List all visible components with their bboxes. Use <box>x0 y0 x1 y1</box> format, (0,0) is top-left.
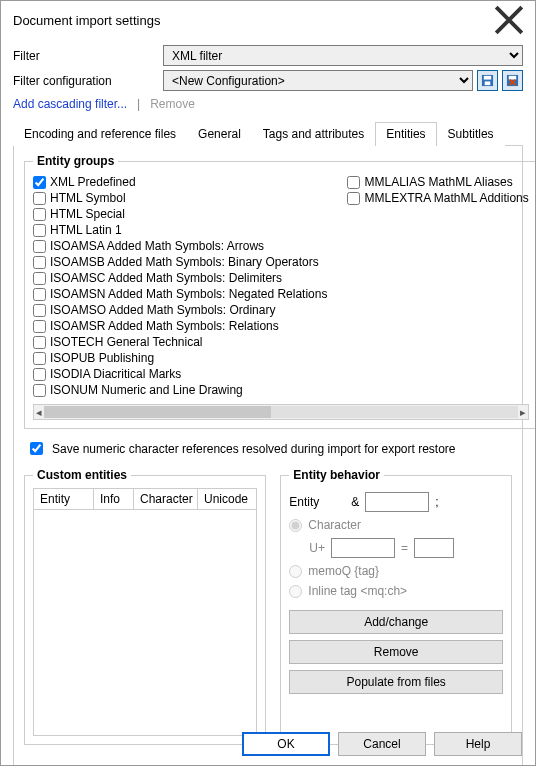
tab-tag[interactable]: Tags and attributes <box>252 122 375 146</box>
svg-rect-1 <box>484 76 491 80</box>
add-cascading-filter-link[interactable]: Add cascading filter... <box>13 97 127 111</box>
radio-character[interactable]: Character <box>289 518 503 532</box>
custom-entities-list[interactable] <box>33 510 257 736</box>
entity-group-checkbox[interactable]: HTML Latin 1 <box>33 222 327 238</box>
entity-group-checkbox[interactable]: MMLALIAS MathML Aliases <box>347 174 528 190</box>
unicode-input[interactable] <box>331 538 395 558</box>
entity-group-checkbox[interactable]: ISOAMSN Added Math Symbols: Negated Rela… <box>33 286 327 302</box>
entity-group-checkbox[interactable]: XML Predefined <box>33 174 327 190</box>
col-info[interactable]: Info <box>94 489 134 509</box>
entity-group-checkbox[interactable]: ISONUM Numeric and Line Drawing <box>33 382 327 398</box>
entity-group-checkbox[interactable]: ISOAMSR Added Math Symbols: Relations <box>33 318 327 334</box>
entity-group-checkbox[interactable]: MMLEXTRA MathML Additions <box>347 190 528 206</box>
scroll-right-icon[interactable]: ▸ <box>520 406 526 419</box>
entity-behavior-fieldset: Entity behavior Entity & ; Character U+ … <box>280 468 512 745</box>
entity-label: Entity <box>289 495 345 509</box>
col-unicode[interactable]: Unicode <box>198 489 256 509</box>
entity-name-input[interactable] <box>365 492 429 512</box>
svg-rect-2 <box>485 81 491 85</box>
tab-gen[interactable]: General <box>187 122 252 146</box>
delete-config-icon[interactable] <box>502 70 523 91</box>
entity-group-checkbox[interactable]: ISOAMSO Added Math Symbols: Ordinary <box>33 302 327 318</box>
entity-group-checkbox[interactable]: HTML Special <box>33 206 327 222</box>
uplus-label: U+ <box>309 541 325 555</box>
entity-group-checkbox[interactable]: ISOPUB Publishing <box>33 350 327 366</box>
col-entity[interactable]: Entity <box>34 489 94 509</box>
cancel-button[interactable]: Cancel <box>338 732 426 756</box>
entity-groups-fieldset: Entity groups XML PredefinedHTML SymbolH… <box>24 154 536 429</box>
filter-config-select[interactable]: <New Configuration> <box>163 70 473 91</box>
col-character[interactable]: Character <box>134 489 198 509</box>
add-change-button[interactable]: Add/change <box>289 610 503 634</box>
entity-group-checkbox[interactable]: HTML Symbol <box>33 190 327 206</box>
tab-enc[interactable]: Encoding and reference files <box>13 122 187 146</box>
entity-group-checkbox[interactable]: ISOAMSC Added Math Symbols: Delimiters <box>33 270 327 286</box>
entity-groups-legend: Entity groups <box>33 154 118 168</box>
entity-group-checkbox[interactable]: ISOAMSA Added Math Symbols: Arrows <box>33 238 327 254</box>
filter-select[interactable]: XML filter <box>163 45 523 66</box>
close-icon[interactable] <box>493 9 525 31</box>
custom-entities-header: Entity Info Character Unicode <box>33 488 257 510</box>
save-refs-checkbox[interactable]: Save numeric character references resolv… <box>26 439 512 458</box>
remove-filter-link: Remove <box>150 97 195 111</box>
scroll-left-icon[interactable]: ◂ <box>36 406 42 419</box>
separator: | <box>137 97 140 111</box>
tab-sub[interactable]: Subtitles <box>437 122 505 146</box>
entity-group-checkbox[interactable]: ISOAMSB Added Math Symbols: Binary Opera… <box>33 254 327 270</box>
filter-label: Filter <box>13 49 163 63</box>
tab-ent[interactable]: Entities <box>375 122 436 146</box>
window-title: Document import settings <box>13 13 160 28</box>
filter-config-label: Filter configuration <box>13 74 163 88</box>
entity-group-checkbox[interactable]: ISODIA Diacritical Marks <box>33 366 327 382</box>
ok-button[interactable]: OK <box>242 732 330 756</box>
entity-behavior-legend: Entity behavior <box>289 468 384 482</box>
entity-group-checkbox[interactable]: ISOTECH General Technical <box>33 334 327 350</box>
custom-entities-fieldset: Custom entities Entity Info Character Un… <box>24 468 266 745</box>
radio-memoq-tag[interactable]: memoQ {tag} <box>289 564 503 578</box>
char-output[interactable] <box>414 538 454 558</box>
help-button[interactable]: Help <box>434 732 522 756</box>
remove-entity-button[interactable]: Remove <box>289 640 503 664</box>
populate-button[interactable]: Populate from files <box>289 670 503 694</box>
custom-entities-legend: Custom entities <box>33 468 131 482</box>
horizontal-scrollbar[interactable]: ◂ ▸ <box>33 404 529 420</box>
save-config-icon[interactable] <box>477 70 498 91</box>
svg-rect-4 <box>509 76 516 80</box>
radio-inline-tag[interactable]: Inline tag <mq:ch> <box>289 584 503 598</box>
